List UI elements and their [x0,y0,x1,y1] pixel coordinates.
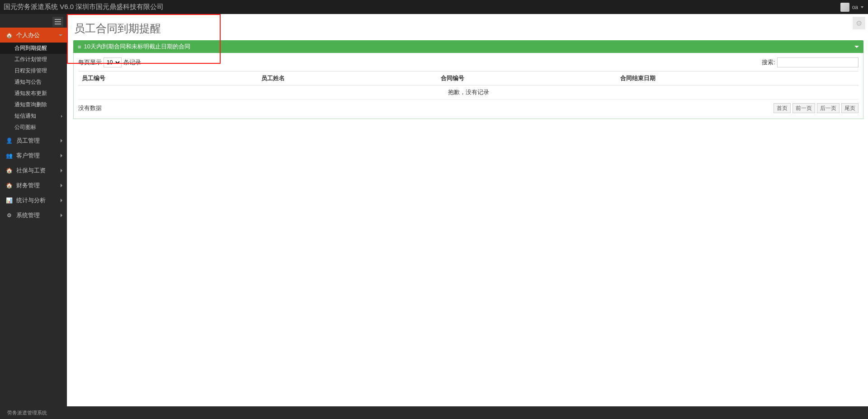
sidebar-item-employee[interactable]: 👤 员工管理 [0,133,67,148]
gear-icon: ⚙ [856,19,862,28]
sidebar-item-social[interactable]: 🏠 社保与工资 [0,163,67,178]
chevron-right-icon [61,199,62,202]
avatar [840,3,849,12]
menu-toggle-button[interactable] [52,17,63,27]
sidebar-sub-notice-publish[interactable]: 通知发布更新 [0,88,67,99]
footer-bar: 劳务派遣管理系统 [0,406,868,419]
table-controls: 每页显示 10 条记录 搜索: [78,57,859,67]
section-title: 10天内到期合同和未标明截止日期的合同 [84,43,190,51]
search-input[interactable] [777,57,859,67]
sidebar-item-system[interactable]: ⚙ 系统管理 [0,208,67,223]
sidebar-sub-label: 通知查询删除 [14,101,47,109]
table-footer: 没有数据 首页 前一页 后一页 尾页 [78,103,859,113]
contract-table: 员工编号 员工姓名 合同编号 合同结束日期 抱歉，没有记录 [78,71,859,100]
sidebar-item-stats[interactable]: 📊 统计与分析 [0,193,67,208]
sidebar-item-finance[interactable]: 🏠 财务管理 [0,178,67,193]
pager: 首页 前一页 后一页 尾页 [774,103,859,113]
app-top-bar: 国元劳务派遣系统 V6.0 深圳市国元鼎盛科技有限公司 oa [0,0,868,14]
chevron-right-icon [61,115,62,118]
per-page-suffix: 条记录 [123,58,141,67]
gear-icon: ⚙ [5,212,13,219]
no-data-text: 没有数据 [78,104,102,112]
sidebar-item-label: 客户管理 [16,152,61,160]
search-label: 搜索: [762,58,775,67]
chart-icon: 📊 [5,197,13,204]
sidebar-sub-label: 公司图标 [14,124,36,131]
page-title: 员工合同到期提醒 [74,21,863,36]
sidebar-sub-schedule[interactable]: 日程安排管理 [0,65,67,76]
sidebar-item-label: 统计与分析 [16,196,61,205]
sidebar: 🏠 个人办公 合同到期提醒 工作计划管理 日程安排管理 通知与公告 通知发布更新… [0,14,67,406]
sidebar-item-label: 员工管理 [16,137,61,145]
sidebar-sub-notice[interactable]: 通知与公告 [0,76,67,88]
content-area: ⚙ 员工合同到期提醒 ≡ 10天内到期合同和未标明截止日期的合同 每页显示 10… [67,14,868,406]
sidebar-sub-label: 合同到期提醒 [14,44,47,52]
per-page-select[interactable]: 10 [104,57,122,67]
user-icon: 👤 [5,138,13,144]
sidebar-sub-label: 日程安排管理 [14,67,47,75]
sidebar-sub-company-logo[interactable]: 公司图标 [0,122,67,133]
per-page-prefix: 每页显示 [78,58,102,67]
chevron-right-icon [61,169,62,172]
home-icon: 🏠 [5,167,13,174]
chevron-right-icon [61,139,62,143]
sidebar-item-label: 个人办公 [16,31,59,39]
pager-last-button[interactable]: 尾页 [841,103,859,113]
sidebar-sub-notice-delete[interactable]: 通知查询删除 [0,99,67,110]
col-employee-no[interactable]: 员工编号 [78,71,258,86]
home-icon: 🏠 [5,182,13,189]
panel-body: 每页显示 10 条记录 搜索: 员工编号 员工姓名 合同编号 合同结束日期 [73,53,863,119]
table-header-row: 员工编号 员工姓名 合同编号 合同结束日期 [78,71,859,86]
pager-prev-button[interactable]: 前一页 [793,103,815,113]
chevron-down-icon [59,34,62,36]
sidebar-sub-workplan[interactable]: 工作计划管理 [0,54,67,65]
page-settings-button[interactable]: ⚙ [853,17,865,29]
chevron-right-icon [61,214,62,217]
users-icon: 👥 [5,152,13,159]
pager-next-button[interactable]: 后一页 [817,103,840,113]
sidebar-item-personal[interactable]: 🏠 个人办公 [0,28,67,43]
user-name: oa [852,4,858,10]
sidebar-sub-label: 通知与公告 [14,78,42,86]
empty-row-text: 抱歉，没有记录 [78,86,859,100]
app-title: 国元劳务派遣系统 V6.0 深圳市国元鼎盛科技有限公司 [4,3,164,11]
col-contract-end[interactable]: 合同结束日期 [617,71,859,86]
chevron-down-icon [854,46,859,48]
sidebar-sub-label: 工作计划管理 [14,56,47,63]
user-menu[interactable]: oa [840,0,863,14]
sidebar-item-customer[interactable]: 👥 客户管理 [0,148,67,163]
sidebar-sub-sms[interactable]: 短信通知 [0,110,67,122]
sidebar-item-label: 社保与工资 [16,167,61,175]
chevron-down-icon [861,6,863,8]
col-contract-no[interactable]: 合同编号 [437,71,617,86]
table-row: 抱歉，没有记录 [78,86,859,100]
chevron-right-icon [61,154,62,157]
footer-text: 劳务派遣管理系统 [7,409,47,416]
sidebar-sub-contract-expire[interactable]: 合同到期提醒 [0,43,67,54]
sidebar-item-label: 系统管理 [16,211,61,219]
section-header[interactable]: ≡ 10天内到期合同和未标明截止日期的合同 [73,40,863,53]
chevron-right-icon [61,184,62,187]
list-icon: ≡ [78,43,81,50]
home-icon: 🏠 [5,32,13,38]
col-employee-name[interactable]: 员工姓名 [258,71,437,86]
pager-first-button[interactable]: 首页 [774,103,791,113]
sidebar-sub-label: 短信通知 [14,112,36,120]
sidebar-item-label: 财务管理 [16,181,61,190]
sidebar-sub-label: 通知发布更新 [14,90,47,97]
